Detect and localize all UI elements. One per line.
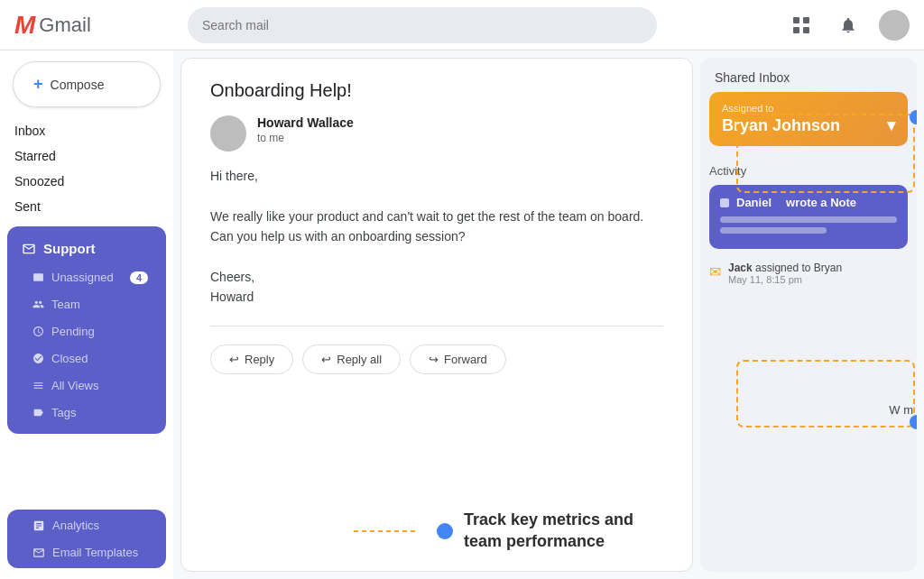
support-icon <box>22 242 36 256</box>
email-para2: Can you help us with an onboarding sessi… <box>210 226 663 246</box>
all-views-icon <box>32 380 44 391</box>
tags-icon <box>32 407 44 418</box>
note-line-2 <box>720 227 827 234</box>
reply-all-label: Reply all <box>337 353 382 366</box>
overflow-text-value: W m <box>889 403 913 417</box>
support-item-team[interactable]: Team <box>11 291 162 317</box>
support-item-all-views[interactable]: All Views <box>11 372 162 399</box>
unassigned-badge: 4 <box>130 271 148 284</box>
bottom-special-nav: Analytics Email Templates <box>0 506 173 579</box>
tooltip-text: Track key metrics and team performance <box>464 510 662 552</box>
activity-section: Activity Daniel wrote a Note ✉ Jack assi… <box>700 155 917 290</box>
reply-label: Reply <box>245 353 274 366</box>
support-section: Support Unassigned 4 Team Pending <box>7 226 166 434</box>
email-content: Onboarding Help! Howard Wallace to me Hi… <box>180 58 693 572</box>
shared-inbox-header: Shared Inbox <box>700 58 917 92</box>
svg-rect-2 <box>793 27 799 33</box>
unassigned-icon <box>32 271 44 283</box>
email-greeting: Hi there, <box>210 166 663 186</box>
forward-icon: ↪ <box>429 353 439 366</box>
analytics-icon <box>32 519 45 532</box>
support-item-pending[interactable]: Pending <box>11 318 162 345</box>
sidebar-item-inbox[interactable]: Inbox <box>0 118 166 143</box>
bell-icon-button[interactable] <box>832 9 864 41</box>
bottom-corner-dot <box>910 415 917 429</box>
pending-icon <box>32 326 44 337</box>
all-views-label: All Views <box>51 379 99 392</box>
compose-plus-icon: + <box>33 75 43 94</box>
svg-rect-1 <box>803 17 809 23</box>
assign-details: Jack assigned to Bryan May 11, 8:15 pm <box>728 262 842 285</box>
sidebar-item-analytics[interactable]: Analytics <box>11 512 162 538</box>
gmail-m-letter: M <box>14 11 35 40</box>
email-templates-label: Email Templates <box>52 546 138 559</box>
assign-envelope-icon: ✉ <box>709 263 721 280</box>
main-layout: + Compose Inbox Starred Snoozed Sent Sup… <box>0 51 924 579</box>
activity-label: Activity <box>709 164 908 178</box>
sidebar-item-snoozed[interactable]: Snoozed <box>0 169 166 194</box>
assigned-dropdown-icon[interactable]: ▾ <box>887 115 895 135</box>
assigned-name: Bryan Johnson ▾ <box>722 115 895 135</box>
note-author: Daniel <box>736 196 772 209</box>
tooltip-dot <box>437 523 453 539</box>
team-icon <box>32 299 44 310</box>
reply-icon: ↩ <box>229 353 239 366</box>
grid-icon-button[interactable] <box>785 9 818 41</box>
svg-rect-0 <box>793 17 799 23</box>
support-label: Support <box>43 241 96 256</box>
support-header: Support <box>7 234 166 263</box>
sidebar-item-starred[interactable]: Starred <box>0 143 166 169</box>
support-item-closed[interactable]: Closed <box>11 345 162 372</box>
email-subject: Onboarding Help! <box>210 80 663 101</box>
assign-time: May 11, 8:15 pm <box>728 274 842 285</box>
inbox-label: Inbox <box>14 124 45 138</box>
analytics-label: Analytics <box>52 519 99 532</box>
reply-all-icon: ↩ <box>321 353 331 366</box>
note-line-1 <box>720 216 897 223</box>
tags-label: Tags <box>51 406 76 419</box>
compose-button[interactable]: + Compose <box>13 61 161 107</box>
pending-label: Pending <box>51 325 95 338</box>
sidebar: + Compose Inbox Starred Snoozed Sent Sup… <box>0 51 173 579</box>
tooltip-area: Track key metrics and team performance <box>354 510 662 552</box>
sender-name: Howard Wallace <box>257 115 663 130</box>
team-label: Team <box>51 298 80 311</box>
email-templates-icon <box>32 547 45 559</box>
overflow-text: W m <box>889 401 913 419</box>
topbar-icons <box>785 9 910 41</box>
sender-avatar <box>210 115 246 152</box>
top-corner-dot <box>910 110 917 124</box>
snoozed-label: Snoozed <box>14 174 64 188</box>
assign-actor: Jack <box>728 262 753 274</box>
starred-label: Starred <box>14 149 56 163</box>
gmail-logo: M Gmail <box>14 11 177 40</box>
reply-button[interactable]: ↩ Reply <box>210 345 293 374</box>
sender-to: to me <box>257 132 663 144</box>
user-avatar-button[interactable] <box>879 10 910 41</box>
shared-inbox-label: Shared Inbox <box>715 70 790 85</box>
support-item-unassigned[interactable]: Unassigned 4 <box>11 264 162 290</box>
gmail-text: Gmail <box>39 14 90 37</box>
sent-label: Sent <box>14 199 41 214</box>
right-panel: Shared Inbox Assigned to Bryan Johnson ▾… <box>700 58 917 572</box>
activity-assigned-event: ✉ Jack assigned to Bryan May 11, 8:15 pm <box>709 256 908 290</box>
forward-button[interactable]: ↪ Forward <box>410 345 506 374</box>
email-closing: Cheers, <box>210 267 663 287</box>
topbar: M Gmail <box>0 0 924 51</box>
assigned-person: Bryan Johnson <box>722 116 840 135</box>
email-area-wrapper: Onboarding Help! Howard Wallace to me Hi… <box>173 51 700 579</box>
assigned-section: Assigned to Bryan Johnson ▾ <box>709 92 908 146</box>
email-divider <box>210 326 663 326</box>
support-item-tags[interactable]: Tags <box>11 400 162 426</box>
sidebar-item-email-templates[interactable]: Email Templates <box>11 539 162 565</box>
search-input[interactable] <box>188 7 657 43</box>
activity-note: Daniel wrote a Note <box>709 185 908 249</box>
assign-text: Jack assigned to Bryan <box>728 262 842 274</box>
email-signature: Howard <box>210 287 663 307</box>
assign-action: assigned to Bryan <box>755 262 842 274</box>
reply-all-button[interactable]: ↩ Reply all <box>302 345 401 374</box>
email-actions: ↩ Reply ↩ Reply all ↪ Forward <box>210 345 663 374</box>
note-square-icon <box>720 198 729 207</box>
sidebar-item-sent[interactable]: Sent <box>0 194 166 219</box>
email-body: Hi there, We really like your product an… <box>210 166 663 308</box>
